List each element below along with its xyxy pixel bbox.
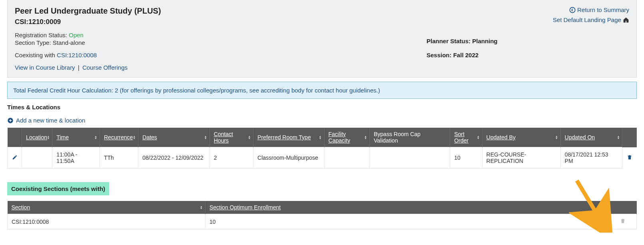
session-label: Session: <box>427 52 452 58</box>
cell-time: 11:00A - 11:50A <box>52 147 100 169</box>
sort-icon: ▲▼ <box>204 135 207 139</box>
plus-circle-icon <box>7 117 14 124</box>
cell-updated-on: 08/17/2021 12:53 PM <box>560 147 622 169</box>
credit-hour-prefix: Total Federal Credit Hour Calculation: <box>13 87 115 94</box>
col-updated-by[interactable]: Updated By▲▼ <box>482 128 560 147</box>
col-section[interactable]: Section▲▼ <box>8 201 205 214</box>
coexisting-sections-heading: Coexisting Sections (meets with) <box>7 182 109 195</box>
credit-hour-value: 2 <box>115 87 118 94</box>
col-recurrence[interactable]: Recurrence▲▼ <box>100 128 138 147</box>
planner-status-label: Planner Status: <box>427 38 471 44</box>
sort-icon: ▲▼ <box>603 205 606 209</box>
cell-location <box>22 147 52 169</box>
cell-bypass <box>369 147 450 169</box>
table-row: CSI:1210:0008 10 <box>8 214 637 229</box>
col-updated-on[interactable]: Updated On▲▼ <box>560 128 622 147</box>
sort-icon: ▲▼ <box>200 205 203 209</box>
col-sort-order[interactable]: Sort Order▲▼ <box>450 128 482 147</box>
planner-status-value: Planning <box>472 38 497 44</box>
cell-sort-order: 10 <box>450 147 482 169</box>
sort-icon: ▲▼ <box>248 135 251 139</box>
cell-updated-by: REG-COURSE-REPLICATION <box>482 147 560 169</box>
edit-row-button[interactable] <box>12 155 18 161</box>
coexisting-line: Coexisting with CSI:1210:0008 <box>15 52 629 58</box>
sort-icon: ▲▼ <box>477 135 480 139</box>
col-opt-enroll[interactable]: Section Optimum Enrollment▲▼ <box>205 201 609 214</box>
coexisting-link[interactable]: CSI:1210:0008 <box>57 52 97 58</box>
coexisting-sections-table: Section▲▼ Section Optimum Enrollment▲▼ C… <box>7 201 637 229</box>
planner-block: Planner Status: Planning Session: Fall 2… <box>427 38 498 66</box>
header-links-row: View in Course Library | Course Offering… <box>15 64 629 71</box>
set-default-landing-link[interactable]: Set Default Landing Page <box>553 16 629 23</box>
course-offerings-link[interactable]: Course Offerings <box>82 64 128 71</box>
return-to-summary-label: Return to Summary <box>577 6 629 13</box>
col-edit <box>8 128 22 147</box>
add-time-location-label: Add a new time & location <box>16 117 85 124</box>
home-icon <box>623 17 629 23</box>
registration-status-value: Open <box>69 32 84 38</box>
col-preferred-room[interactable]: Preferred Room Type▲▼ <box>253 128 324 147</box>
col-bypass[interactable]: Bypass Room Cap Validation <box>369 128 450 147</box>
section-type-value: Stand-alone <box>53 39 85 46</box>
sort-icon: ▲▼ <box>133 135 136 139</box>
times-locations-heading: Times & Locations <box>7 104 637 110</box>
course-title: Peer Led Undergraduate Study (PLUS) <box>15 6 629 16</box>
trash-icon <box>627 155 632 160</box>
trash-icon <box>620 218 626 224</box>
times-locations-table: Location▲▼ Time▲▼ Recurrence▲▼ Dates▲▼ C… <box>7 128 637 169</box>
cell-dates: 08/22/2022 - 12/09/2022 <box>138 147 209 169</box>
delete-coexist-button[interactable] <box>620 219 626 225</box>
col-delete <box>622 128 637 147</box>
col-facility-capacity[interactable]: Facility Capacity▲▼ <box>324 128 369 147</box>
section-type-label: Section Type: <box>15 39 51 46</box>
sort-icon: ▲▼ <box>47 135 50 139</box>
return-to-summary-link[interactable]: Return to Summary <box>553 6 629 13</box>
sort-icon: ▲▼ <box>364 135 367 139</box>
cell-recurrence: TTh <box>100 147 138 169</box>
table-row: 11:00A - 11:50A TTh 08/22/2022 - 12/09/2… <box>8 147 637 169</box>
pencil-icon <box>12 155 18 160</box>
col-coexist-delete <box>609 201 637 214</box>
set-default-landing-label: Set Default Landing Page <box>553 16 621 23</box>
col-contact-hours[interactable]: Contact Hours▲▼ <box>209 128 253 147</box>
col-time[interactable]: Time▲▼ <box>52 128 100 147</box>
chevron-left-circle-icon <box>569 7 576 13</box>
credit-hour-banner: Total Federal Credit Hour Calculation: 2… <box>7 82 637 99</box>
session-value: Fall 2022 <box>453 52 479 58</box>
cell-facility-capacity <box>324 147 369 169</box>
credit-hour-suffix: (for offerings by professional colleges/… <box>118 87 380 94</box>
col-dates[interactable]: Dates▲▼ <box>138 128 209 147</box>
sort-icon: ▲▼ <box>94 135 97 139</box>
header-panel: Return to Summary Set Default Landing Pa… <box>7 0 637 78</box>
add-time-location-link[interactable]: Add a new time & location <box>7 117 85 124</box>
coexisting-label: Coexisting with <box>15 52 55 58</box>
cell-section: CSI:1210:0008 <box>8 214 205 229</box>
sort-icon: ▲▼ <box>555 135 558 139</box>
cell-opt-enroll: 10 <box>205 214 609 229</box>
section-type: Section Type: Stand-alone <box>15 39 629 46</box>
view-in-course-library-link[interactable]: View in Course Library <box>15 64 75 71</box>
col-location[interactable]: Location▲▼ <box>22 128 52 147</box>
registration-status-label: Registration Status: <box>15 32 67 38</box>
delete-row-button[interactable] <box>627 155 632 161</box>
cell-contact-hours: 2 <box>209 147 253 169</box>
registration-status: Registration Status: Open <box>15 32 629 38</box>
sort-icon: ▲▼ <box>617 135 620 139</box>
cell-preferred-room: Classroom-Multipurpose <box>253 147 324 169</box>
course-code: CSI:1210:0009 <box>15 18 629 26</box>
svg-point-0 <box>570 7 575 12</box>
sort-icon: ▲▼ <box>319 135 322 139</box>
